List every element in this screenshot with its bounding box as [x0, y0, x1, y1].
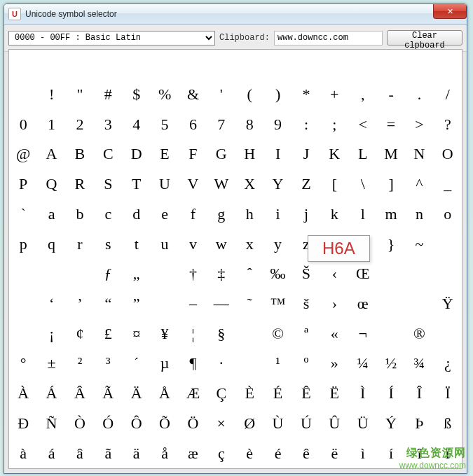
character-cell[interactable]: « — [320, 318, 348, 349]
character-cell[interactable]: o — [434, 200, 462, 230]
character-cell[interactable]: Å — [151, 379, 179, 409]
character-cell[interactable]: z — [292, 229, 320, 259]
character-cell[interactable]: / — [434, 80, 462, 110]
character-cell[interactable]: Î — [405, 379, 433, 409]
clipboard-input[interactable] — [274, 31, 383, 46]
character-cell[interactable]: B — [66, 139, 94, 169]
character-cell[interactable]: Ñ — [37, 408, 65, 438]
character-cell[interactable]: ( — [235, 80, 263, 110]
character-cell[interactable]: í — [377, 438, 405, 468]
character-cell[interactable]: @ — [9, 139, 37, 169]
character-cell[interactable]: é — [263, 438, 292, 468]
character-cell[interactable]: Ê — [292, 379, 320, 409]
character-cell[interactable]: Ú — [292, 408, 320, 438]
range-select[interactable]: 0000 - 00FF : Basic Latin — [8, 31, 215, 46]
character-cell[interactable]: F — [179, 139, 207, 169]
character-cell[interactable]: 4 — [123, 109, 151, 139]
character-cell[interactable]: ¡ — [37, 318, 65, 349]
character-cell[interactable]: ¦ — [179, 318, 207, 349]
character-cell[interactable]: ¢ — [66, 318, 94, 349]
character-cell[interactable]: | — [349, 229, 377, 259]
character-cell[interactable]: À — [9, 379, 37, 409]
character-cell[interactable]: : — [292, 109, 320, 139]
character-cell[interactable]: > — [405, 109, 433, 139]
character-cell[interactable]: ¬ — [349, 318, 377, 349]
character-cell[interactable]: Ø — [235, 408, 263, 438]
character-cell[interactable]: Á — [37, 379, 65, 409]
character-cell[interactable]: ã — [94, 438, 122, 468]
character-cell[interactable]: = — [377, 109, 405, 139]
character-cell[interactable]: Q — [37, 169, 65, 200]
character-cell[interactable]: G — [207, 139, 235, 169]
character-cell[interactable]: å — [151, 438, 179, 468]
character-cell[interactable]: Ð — [9, 408, 37, 438]
character-cell[interactable]: ¤ — [123, 318, 151, 349]
character-cell[interactable]: s — [94, 229, 122, 259]
character-cell[interactable]: < — [349, 109, 377, 139]
character-cell[interactable]: ) — [263, 80, 292, 110]
character-cell[interactable]: J — [292, 139, 320, 169]
character-cell[interactable]: b — [66, 200, 94, 230]
character-cell[interactable]: S — [94, 169, 122, 200]
character-cell[interactable]: Ì — [349, 379, 377, 409]
character-cell[interactable]: ’ — [66, 289, 94, 319]
character-cell[interactable]: ± — [37, 349, 65, 379]
character-cell[interactable]: U — [151, 169, 179, 200]
character-cell[interactable]: ] — [377, 169, 405, 200]
character-cell[interactable]: Ã — [94, 379, 122, 409]
character-cell[interactable]: 9 — [263, 109, 292, 139]
character-cell[interactable]: 0 — [9, 109, 37, 139]
character-cell[interactable]: Y — [263, 169, 292, 200]
character-cell[interactable] — [66, 50, 94, 80]
character-cell[interactable]: v — [179, 229, 207, 259]
character-cell[interactable]: Ç — [207, 379, 235, 409]
clear-clipboard-button[interactable]: Clear clpboard — [387, 30, 462, 46]
character-cell[interactable]: O — [434, 139, 462, 169]
character-cell[interactable]: K — [320, 139, 348, 169]
character-cell[interactable]: R — [66, 169, 94, 200]
character-cell[interactable]: È — [235, 379, 263, 409]
character-cell[interactable] — [263, 50, 292, 80]
character-cell[interactable] — [151, 289, 179, 319]
character-cell[interactable]: š — [292, 289, 320, 319]
character-cell[interactable] — [434, 318, 462, 349]
character-cell[interactable]: ‘ — [37, 289, 65, 319]
character-cell[interactable] — [151, 50, 179, 80]
character-cell[interactable]: ? — [434, 109, 462, 139]
character-cell[interactable] — [235, 349, 263, 379]
character-cell[interactable]: ´ — [123, 349, 151, 379]
character-cell[interactable]: Â — [66, 379, 94, 409]
character-cell[interactable]: œ — [349, 289, 377, 319]
character-cell[interactable] — [377, 50, 405, 80]
character-cell[interactable]: e — [151, 200, 179, 230]
character-cell[interactable] — [179, 50, 207, 80]
character-cell[interactable]: j — [292, 200, 320, 230]
character-cell[interactable]: ˜ — [235, 289, 263, 319]
character-cell[interactable]: ™ — [263, 289, 292, 319]
character-cell[interactable]: £ — [94, 318, 122, 349]
character-cell[interactable]: 5 — [151, 109, 179, 139]
character-cell[interactable]: $ — [123, 80, 151, 110]
character-cell[interactable]: V — [179, 169, 207, 200]
character-cell[interactable]: ¾ — [405, 349, 433, 379]
character-cell[interactable] — [434, 229, 462, 259]
character-cell[interactable]: X — [235, 169, 263, 200]
character-cell[interactable] — [434, 50, 462, 80]
character-cell[interactable]: × — [207, 408, 235, 438]
character-cell[interactable]: Þ — [405, 408, 433, 438]
character-cell[interactable]: É — [263, 379, 292, 409]
character-cell[interactable] — [405, 259, 433, 289]
character-cell[interactable]: » — [320, 349, 348, 379]
character-cell[interactable]: " — [66, 80, 94, 110]
character-cell[interactable]: I — [263, 139, 292, 169]
character-cell[interactable]: C — [94, 139, 122, 169]
character-cell[interactable]: Ù — [263, 408, 292, 438]
character-cell[interactable]: } — [377, 229, 405, 259]
character-cell[interactable]: q — [37, 229, 65, 259]
character-cell[interactable]: ^ — [405, 169, 433, 200]
character-cell[interactable]: ä — [123, 438, 151, 468]
character-cell[interactable]: x — [235, 229, 263, 259]
character-cell[interactable]: 2 — [66, 109, 94, 139]
character-cell[interactable]: § — [207, 318, 235, 349]
character-cell[interactable] — [377, 318, 405, 349]
